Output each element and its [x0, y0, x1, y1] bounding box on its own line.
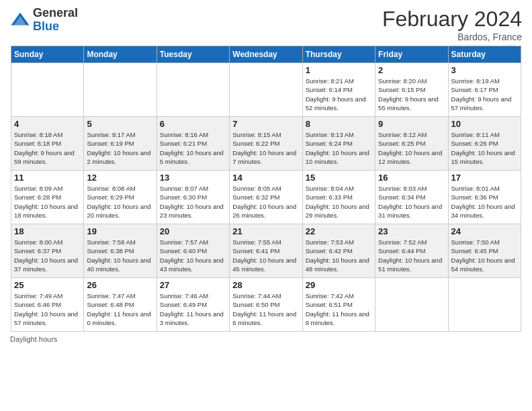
- week-row-1: 1Sunrise: 8:21 AM Sunset: 6:14 PM Daylig…: [11, 63, 521, 117]
- logo: General Blue: [10, 7, 78, 34]
- day-number: 24: [451, 226, 518, 236]
- day-number: 15: [306, 173, 372, 183]
- calendar-cell: [84, 63, 157, 117]
- calendar-cell: 16Sunrise: 8:03 AM Sunset: 6:34 PM Dayli…: [375, 171, 448, 224]
- day-number: 23: [378, 226, 445, 236]
- header-day-saturday: Saturday: [448, 46, 521, 63]
- day-number: 20: [160, 226, 226, 236]
- calendar-cell: 29Sunrise: 7:42 AM Sunset: 6:51 PM Dayli…: [302, 278, 375, 332]
- day-info: Sunrise: 8:21 AM Sunset: 6:14 PM Dayligh…: [306, 77, 372, 112]
- day-number: 27: [160, 280, 226, 290]
- calendar-body: 1Sunrise: 8:21 AM Sunset: 6:14 PM Daylig…: [11, 63, 521, 332]
- week-row-2: 4Sunrise: 8:18 AM Sunset: 6:18 PM Daylig…: [11, 117, 521, 171]
- week-row-3: 11Sunrise: 8:09 AM Sunset: 6:28 PM Dayli…: [11, 171, 521, 224]
- week-row-4: 18Sunrise: 8:00 AM Sunset: 6:37 PM Dayli…: [11, 224, 521, 278]
- calendar-cell: 27Sunrise: 7:46 AM Sunset: 6:49 PM Dayli…: [157, 278, 229, 332]
- day-number: 18: [14, 226, 81, 236]
- day-number: 10: [451, 119, 518, 129]
- day-number: 17: [451, 173, 518, 183]
- day-info: Sunrise: 7:47 AM Sunset: 6:48 PM Dayligh…: [87, 291, 153, 327]
- calendar-cell: 17Sunrise: 8:01 AM Sunset: 6:36 PM Dayli…: [448, 171, 521, 224]
- day-info: Sunrise: 8:08 AM Sunset: 6:29 PM Dayligh…: [87, 184, 153, 220]
- day-info: Sunrise: 8:18 AM Sunset: 6:18 PM Dayligh…: [14, 130, 81, 166]
- day-number: 21: [232, 226, 299, 236]
- day-info: Sunrise: 7:44 AM Sunset: 6:50 PM Dayligh…: [232, 291, 299, 327]
- header-day-monday: Monday: [84, 46, 157, 63]
- header-day-tuesday: Tuesday: [157, 46, 229, 63]
- day-info: Sunrise: 7:53 AM Sunset: 6:42 PM Dayligh…: [306, 238, 372, 273]
- calendar-cell: 28Sunrise: 7:44 AM Sunset: 6:50 PM Dayli…: [230, 278, 302, 332]
- day-number: 28: [232, 280, 299, 290]
- day-number: 22: [306, 226, 372, 236]
- calendar-cell: 24Sunrise: 7:50 AM Sunset: 6:45 PM Dayli…: [448, 224, 521, 278]
- calendar-cell: 6Sunrise: 8:16 AM Sunset: 6:21 PM Daylig…: [157, 117, 229, 171]
- calendar-cell: [230, 63, 302, 117]
- daylight-label: Daylight hours: [10, 335, 57, 343]
- calendar-wrapper: SundayMondayTuesdayWednesdayThursdayFrid…: [0, 46, 532, 332]
- day-number: 5: [87, 119, 153, 129]
- day-info: Sunrise: 8:20 AM Sunset: 6:15 PM Dayligh…: [378, 77, 445, 112]
- calendar-cell: 5Sunrise: 8:17 AM Sunset: 6:19 PM Daylig…: [84, 117, 157, 171]
- day-info: Sunrise: 7:49 AM Sunset: 6:46 PM Dayligh…: [14, 291, 81, 327]
- day-info: Sunrise: 8:09 AM Sunset: 6:28 PM Dayligh…: [14, 184, 81, 220]
- day-info: Sunrise: 8:13 AM Sunset: 6:24 PM Dayligh…: [306, 130, 372, 166]
- calendar-table: SundayMondayTuesdayWednesdayThursdayFrid…: [11, 46, 521, 332]
- day-number: 16: [378, 173, 445, 183]
- location: Bardos, France: [382, 32, 522, 42]
- day-number: 4: [14, 119, 81, 129]
- week-row-5: 25Sunrise: 7:49 AM Sunset: 6:46 PM Dayli…: [11, 278, 521, 332]
- header-row: SundayMondayTuesdayWednesdayThursdayFrid…: [11, 46, 521, 63]
- logo-general: General: [33, 7, 78, 20]
- day-number: 11: [14, 173, 81, 183]
- calendar-cell: 23Sunrise: 7:52 AM Sunset: 6:44 PM Dayli…: [375, 224, 448, 278]
- day-number: 3: [451, 65, 518, 75]
- day-number: 2: [378, 65, 445, 75]
- calendar-cell: 18Sunrise: 8:00 AM Sunset: 6:37 PM Dayli…: [11, 224, 84, 278]
- day-number: 8: [306, 119, 372, 129]
- day-number: 14: [232, 173, 299, 183]
- day-info: Sunrise: 7:50 AM Sunset: 6:45 PM Dayligh…: [451, 238, 518, 273]
- calendar-cell: 22Sunrise: 7:53 AM Sunset: 6:42 PM Dayli…: [302, 224, 375, 278]
- day-number: 29: [306, 280, 372, 290]
- calendar-cell: [375, 278, 448, 332]
- day-number: 7: [232, 119, 299, 129]
- calendar-cell: 10Sunrise: 8:11 AM Sunset: 6:26 PM Dayli…: [448, 117, 521, 171]
- day-number: 1: [306, 65, 372, 75]
- calendar-cell: 26Sunrise: 7:47 AM Sunset: 6:48 PM Dayli…: [84, 278, 157, 332]
- calendar-cell: [157, 63, 229, 117]
- day-info: Sunrise: 8:17 AM Sunset: 6:19 PM Dayligh…: [87, 130, 153, 166]
- calendar-cell: 19Sunrise: 7:58 AM Sunset: 6:38 PM Dayli…: [84, 224, 157, 278]
- header-day-sunday: Sunday: [11, 46, 84, 63]
- day-info: Sunrise: 7:46 AM Sunset: 6:49 PM Dayligh…: [160, 291, 226, 327]
- day-info: Sunrise: 8:15 AM Sunset: 6:22 PM Dayligh…: [232, 130, 299, 166]
- day-number: 13: [160, 173, 226, 183]
- footer: Daylight hours: [0, 332, 532, 347]
- calendar-cell: 15Sunrise: 8:04 AM Sunset: 6:33 PM Dayli…: [302, 171, 375, 224]
- calendar-cell: 4Sunrise: 8:18 AM Sunset: 6:18 PM Daylig…: [11, 117, 84, 171]
- day-number: 12: [87, 173, 153, 183]
- page-header: General Blue February 2024 Bardos, Franc…: [0, 0, 532, 46]
- calendar-cell: 14Sunrise: 8:05 AM Sunset: 6:32 PM Dayli…: [230, 171, 302, 224]
- day-number: 6: [160, 119, 226, 129]
- day-info: Sunrise: 7:52 AM Sunset: 6:44 PM Dayligh…: [378, 238, 445, 273]
- month-title: February 2024: [382, 7, 522, 32]
- day-number: 9: [378, 119, 445, 129]
- day-info: Sunrise: 8:16 AM Sunset: 6:21 PM Dayligh…: [160, 130, 226, 166]
- day-info: Sunrise: 7:58 AM Sunset: 6:38 PM Dayligh…: [87, 238, 153, 273]
- day-info: Sunrise: 8:07 AM Sunset: 6:30 PM Dayligh…: [160, 184, 226, 220]
- day-info: Sunrise: 7:42 AM Sunset: 6:51 PM Dayligh…: [306, 291, 372, 327]
- logo-blue: Blue: [33, 20, 78, 34]
- day-info: Sunrise: 8:19 AM Sunset: 6:17 PM Dayligh…: [451, 77, 518, 112]
- calendar-cell: 11Sunrise: 8:09 AM Sunset: 6:28 PM Dayli…: [11, 171, 84, 224]
- day-info: Sunrise: 8:11 AM Sunset: 6:26 PM Dayligh…: [451, 130, 518, 166]
- calendar-cell: 2Sunrise: 8:20 AM Sunset: 6:15 PM Daylig…: [375, 63, 448, 117]
- header-day-thursday: Thursday: [302, 46, 375, 63]
- header-day-wednesday: Wednesday: [230, 46, 302, 63]
- calendar-cell: 21Sunrise: 7:55 AM Sunset: 6:41 PM Dayli…: [230, 224, 302, 278]
- calendar-header: SundayMondayTuesdayWednesdayThursdayFrid…: [11, 46, 521, 63]
- calendar-cell: 7Sunrise: 8:15 AM Sunset: 6:22 PM Daylig…: [230, 117, 302, 171]
- calendar-cell: 20Sunrise: 7:57 AM Sunset: 6:40 PM Dayli…: [157, 224, 229, 278]
- header-day-friday: Friday: [375, 46, 448, 63]
- day-info: Sunrise: 8:03 AM Sunset: 6:34 PM Dayligh…: [378, 184, 445, 220]
- day-number: 25: [14, 280, 81, 290]
